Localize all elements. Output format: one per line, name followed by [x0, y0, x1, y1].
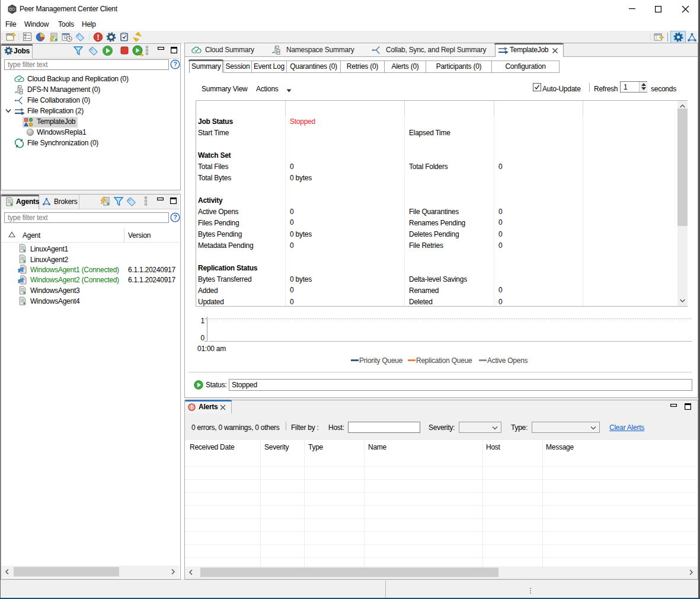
- svg-text:?: ?: [173, 60, 177, 68]
- svg-text:?: ?: [173, 214, 177, 221]
